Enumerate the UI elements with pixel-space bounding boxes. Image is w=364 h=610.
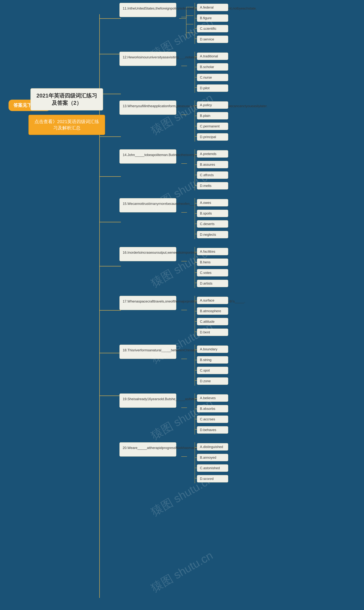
option-q20-3[interactable]: D.scored	[197, 475, 228, 483]
option-q13-1[interactable]: B.plain	[197, 112, 228, 119]
question-row-q17: 17.Whenaspacecrafttravels,oneofthemajorp…	[119, 296, 228, 337]
question-row-q15: 15.Wecannottrustimanymorebecauseheofen__…	[119, 198, 228, 239]
option-q15-0[interactable]: A.owes	[197, 199, 228, 207]
question-row-q16: 16.Inordertoincraseouroutput,weneedtoimp…	[119, 247, 228, 288]
option-q15-2[interactable]: C.deserts	[197, 220, 228, 228]
option-q13-0[interactable]: A.policy	[197, 101, 228, 109]
option-q13-2[interactable]: C.permanent	[197, 123, 228, 130]
option-q14-3[interactable]: D.melts	[197, 182, 228, 190]
option-q14-1[interactable]: B.assures	[197, 161, 228, 168]
option-q18-1[interactable]: B.string	[197, 356, 228, 364]
question-box-q20: 20.Weare_____attherapidprogressMarkhasma…	[119, 442, 176, 457]
option-q19-1[interactable]: B.absorbs	[197, 405, 228, 412]
watermark-text-8: 猿图 shutu.cn	[148, 548, 216, 596]
question-row-q11: 11.IntheUnitedStates,theforeignpolicyisd…	[119, 3, 228, 44]
option-q20-1[interactable]: B.annoyed	[197, 454, 228, 461]
question-row-q18: 18.Thisriverformsanatural_____betweenChi…	[119, 345, 228, 386]
option-q11-1[interactable]: B.figure	[197, 14, 228, 22]
question-box-q18: 18.Thisriverformsanatural_____betweenChi…	[119, 345, 176, 359]
option-q20-2[interactable]: C.astonished	[197, 464, 228, 472]
question-row-q14: 14.John_____tobeapoliteman.Butinfactheis…	[119, 149, 228, 190]
question-box-q19: 19.Sheisalready16yearsold.Butshe_____asi…	[119, 393, 176, 408]
option-q12-0[interactable]: A.traditional	[197, 53, 228, 60]
question-row-q19: 19.Sheisalready16yearsold.Butshe_____asi…	[119, 393, 228, 434]
options-col-q17: A.surfaceB.atmosphereC.attitudeD.bent	[197, 296, 228, 337]
question-row-q20: 20.Weare_____attherapidprogressMarkhasma…	[119, 442, 228, 483]
option-q12-3[interactable]: D.pilot	[197, 84, 228, 92]
options-col-q18: A.boundaryB.stringC.spotD.zone	[197, 345, 228, 386]
question-box-q11: 11.IntheUnitedStates,theforeignpolicyisd…	[119, 3, 176, 17]
option-q17-1[interactable]: B.atmosphere	[197, 307, 228, 315]
option-q14-0[interactable]: A.pretends	[197, 150, 228, 158]
question-box-q17: 17.Whenaspacecrafttravels,oneofthemajorp…	[119, 296, 176, 310]
options-col-q11: A.federalB.figureC.scientificD.service	[197, 3, 228, 44]
option-q18-0[interactable]: A.boundary	[197, 346, 228, 353]
main-title-box: 2021年英语四级词汇练习 及答案（2）	[30, 88, 103, 111]
option-q16-0[interactable]: A.facilities	[197, 248, 228, 255]
options-col-q19: A.believesB.absorbsC.accrsesD.behaves	[197, 393, 228, 434]
option-q20-0[interactable]: A.distinguished	[197, 443, 228, 451]
options-col-q14: A.pretendsB.assuresC.affordsD.melts	[197, 149, 228, 190]
option-q12-2[interactable]: C.nurse	[197, 74, 228, 81]
option-q19-2[interactable]: C.accrses	[197, 416, 228, 423]
question-box-q13: 13.Whenyoufillintheapplicationform,pleas…	[119, 100, 176, 115]
question-row-q12: 12.Heworksinouruniversityasavisiting___,…	[119, 52, 228, 93]
option-q16-1[interactable]: B.hens	[197, 259, 228, 266]
option-q18-3[interactable]: D.zone	[197, 377, 228, 385]
option-q15-1[interactable]: B.spoils	[197, 210, 228, 217]
options-col-q15: A.owesB.spoilsC.desertsD.neglects	[197, 198, 228, 239]
question-box-q16: 16.Inordertoincraseouroutput,weneedtoimp…	[119, 247, 176, 261]
main-container: 猿图 shutu.cn 猿图 shutu.cn 猿图 shutu.cn 猿图 s…	[0, 0, 364, 610]
option-q15-3[interactable]: D.neglects	[197, 231, 228, 238]
option-q19-0[interactable]: A.believes	[197, 394, 228, 402]
option-q17-0[interactable]: A.surface	[197, 297, 228, 304]
options-col-q12: A.traditionalB.scholarC.nurseD.pilot	[197, 52, 228, 93]
question-box-q15: 15.Wecannottrustimanymorebecauseheofen__…	[119, 198, 176, 212]
question-row-q13: 13.Whenyoufillintheapplicationform,pleas…	[119, 100, 228, 141]
option-q16-2[interactable]: C.votes	[197, 269, 228, 277]
option-q18-2[interactable]: C.spot	[197, 367, 228, 374]
question-box-q12: 12.Heworksinouruniversityasavisiting___,…	[119, 52, 176, 66]
options-col-q13: A.policyB.plainC.permanentD.principal	[197, 100, 228, 141]
option-q11-3[interactable]: D.service	[197, 36, 228, 43]
option-q14-2[interactable]: C.affords	[197, 171, 228, 179]
option-q19-3[interactable]: D.behaves	[197, 426, 228, 434]
link-title-box[interactable]: 点击查看》2021英语四级词汇练 习及解析汇总	[28, 115, 105, 135]
option-q16-3[interactable]: D.artists	[197, 280, 228, 287]
options-col-q16: A.facilitiesB.hensC.votesD.artists	[197, 247, 228, 288]
option-q17-3[interactable]: D.bent	[197, 329, 228, 336]
options-col-q20: A.distinguishedB.annoyedC.astonishedD.sc…	[197, 442, 228, 483]
option-q11-2[interactable]: C.scientific	[197, 25, 228, 32]
option-q17-2[interactable]: C.attitude	[197, 318, 228, 325]
option-q11-0[interactable]: A.federal	[197, 4, 228, 11]
option-q13-3[interactable]: D.principal	[197, 133, 228, 141]
option-q12-1[interactable]: B.scholar	[197, 63, 228, 71]
question-box-q14: 14.John_____tobeapoliteman.Butinfactheis…	[119, 149, 176, 164]
